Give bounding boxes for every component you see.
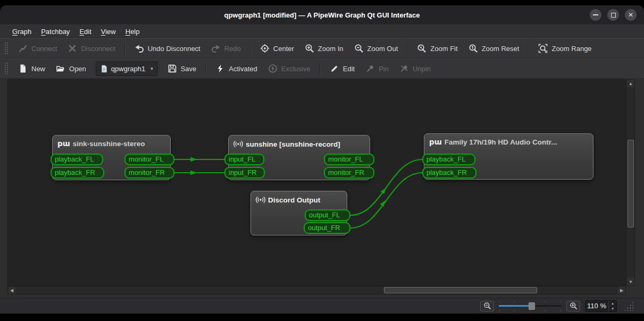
center-button[interactable]: Center bbox=[255, 41, 299, 56]
spin-up-button[interactable]: ▲ bbox=[609, 301, 616, 306]
patchbay-toolbar: New Open qpwgraph1 ▾ Save Activated bbox=[0, 58, 644, 79]
activated-bolt-icon bbox=[215, 64, 225, 73]
zoom-out-icon bbox=[483, 302, 491, 310]
port-sunshine-monitor-fl[interactable]: monitor_FL bbox=[324, 154, 374, 165]
graph-toolbar: Connect Disconnect Undo Disconnect Redo … bbox=[0, 38, 644, 58]
resize-grip[interactable] bbox=[624, 301, 633, 311]
connect-button[interactable]: Connect bbox=[13, 41, 62, 56]
zoom-reset-button[interactable]: Zoom Reset bbox=[463, 41, 525, 56]
patchbay-file-icon bbox=[101, 65, 108, 73]
spin-down-icon: ▼ bbox=[611, 307, 614, 310]
h-scroll-thumb[interactable] bbox=[384, 287, 537, 293]
wire-arrow bbox=[190, 171, 197, 175]
status-zoom-in-button[interactable] bbox=[566, 301, 580, 311]
canvas-frame: pɯ sink-sunshine-stereo sunshine [sunshi… bbox=[0, 79, 644, 298]
connection-wire bbox=[350, 173, 422, 228]
v-scroll-down-button[interactable]: ▼ bbox=[627, 278, 634, 285]
toolbar-separator bbox=[124, 42, 126, 55]
activated-toggle[interactable]: Activated bbox=[210, 61, 262, 76]
scroll-right-icon: ▶ bbox=[620, 288, 623, 293]
pin-icon bbox=[365, 64, 375, 73]
redo-icon bbox=[211, 44, 221, 53]
zoom-out-button[interactable]: Zoom Out bbox=[349, 41, 404, 56]
zoom-spinbox[interactable]: 110 % ▲ ▼ bbox=[585, 300, 617, 312]
toolbar-separator bbox=[205, 62, 206, 75]
menu-view[interactable]: View bbox=[96, 26, 121, 37]
scroll-up-icon: ▲ bbox=[629, 81, 633, 86]
port-sink-monitor-fl[interactable]: monitor_FL bbox=[124, 154, 174, 165]
open-folder-icon bbox=[56, 64, 65, 73]
port-sink-playback-fl[interactable]: playback_FL bbox=[51, 154, 103, 165]
minimize-button[interactable] bbox=[590, 9, 601, 21]
toolbar-separator bbox=[320, 62, 321, 75]
zoom-in-icon bbox=[570, 302, 578, 310]
toolbar-separator bbox=[528, 42, 529, 55]
port-sink-playback-fr[interactable]: playback_FR bbox=[51, 167, 104, 179]
status-zoom-out-button[interactable] bbox=[480, 301, 494, 311]
pin-button[interactable]: Pin bbox=[360, 61, 394, 76]
edit-toggle[interactable]: Edit bbox=[324, 61, 360, 76]
slider-handle[interactable] bbox=[529, 302, 535, 310]
redo-button[interactable]: Redo bbox=[206, 41, 246, 56]
exclusive-bolt-icon bbox=[268, 64, 278, 73]
patchbay-combobox-value: qpwgraph1 bbox=[111, 65, 145, 73]
v-scroll-thumb[interactable] bbox=[628, 140, 634, 227]
status-zoom-slider[interactable] bbox=[499, 301, 562, 311]
exclusive-toggle[interactable]: Exclusive bbox=[263, 61, 316, 76]
status-bar: 110 % ▲ ▼ bbox=[0, 298, 644, 314]
toolbar-drag-handle[interactable] bbox=[4, 62, 9, 75]
new-button[interactable]: New bbox=[13, 61, 51, 76]
zoom-in-button[interactable]: Zoom In bbox=[299, 41, 349, 56]
h-scrollbar[interactable]: ◀ ▶ bbox=[7, 286, 626, 294]
save-icon bbox=[168, 64, 177, 73]
zoom-range-button[interactable]: Zoom Range bbox=[533, 41, 597, 56]
zoom-fit-button[interactable]: Zoom Fit bbox=[412, 41, 463, 56]
zoom-fit-icon bbox=[417, 44, 426, 53]
menu-graph[interactable]: Graph bbox=[7, 26, 36, 37]
port-family-playback-fl[interactable]: playback_FL bbox=[422, 154, 475, 165]
save-button[interactable]: Save bbox=[162, 61, 202, 76]
new-file-icon bbox=[18, 64, 28, 73]
port-sunshine-input-fl[interactable]: input_FL bbox=[224, 154, 264, 165]
maximize-button[interactable] bbox=[607, 9, 619, 21]
slider-filled-track bbox=[499, 305, 529, 307]
toolbar-separator bbox=[250, 42, 251, 55]
port-sink-monitor-fr[interactable]: monitor_FR bbox=[124, 167, 174, 179]
connections-layer bbox=[8, 80, 626, 286]
screen: qpwgraph1 [modified] — A PipeWire Graph … bbox=[0, 0, 644, 321]
menu-patchbay[interactable]: Patchbay bbox=[36, 26, 74, 37]
v-scrollbar[interactable]: ▲ ▼ bbox=[626, 79, 635, 286]
menu-bar: Graph Patchbay Edit View Help bbox=[0, 24, 644, 38]
unpin-button[interactable]: Unpin bbox=[394, 61, 436, 76]
zoom-range-icon bbox=[538, 44, 548, 53]
window-title: qpwgraph1 [modified] — A PipeWire Graph … bbox=[224, 11, 420, 19]
disconnect-icon bbox=[68, 44, 77, 53]
disconnect-button[interactable]: Disconnect bbox=[62, 41, 120, 56]
port-sunshine-input-fr[interactable]: input_FR bbox=[224, 167, 265, 179]
scroll-down-icon: ▼ bbox=[629, 280, 633, 284]
h-scroll-right-button[interactable]: ▶ bbox=[618, 286, 625, 294]
port-family-playback-fr[interactable]: playback_FR bbox=[422, 167, 476, 179]
chevron-down-icon: ▾ bbox=[150, 66, 153, 71]
title-bar[interactable]: qpwgraph1 [modified] — A PipeWire Graph … bbox=[0, 5, 644, 24]
toolbar-drag-handle[interactable] bbox=[4, 42, 9, 55]
close-button[interactable]: ✕ bbox=[625, 9, 637, 21]
port-sunshine-monitor-fr[interactable]: monitor_FR bbox=[324, 167, 374, 179]
port-discord-output-fr[interactable]: output_FR bbox=[304, 222, 350, 234]
v-scroll-up-button[interactable]: ▲ bbox=[627, 80, 634, 87]
menu-edit[interactable]: Edit bbox=[74, 26, 96, 37]
spin-down-button[interactable]: ▼ bbox=[609, 306, 616, 311]
slider-ticks bbox=[499, 310, 562, 311]
toolbar-separator bbox=[407, 42, 408, 55]
open-button[interactable]: Open bbox=[51, 61, 91, 76]
port-discord-output-fl[interactable]: output_FL bbox=[305, 209, 350, 221]
window-controls: ✕ bbox=[590, 9, 637, 21]
wire-arrow bbox=[190, 157, 197, 162]
connect-icon bbox=[18, 44, 28, 53]
undo-disconnect-button[interactable]: Undo Disconnect bbox=[129, 41, 206, 56]
patchbay-combobox[interactable]: qpwgraph1 ▾ bbox=[96, 62, 158, 76]
minimize-icon bbox=[593, 14, 598, 15]
menu-help[interactable]: Help bbox=[121, 26, 145, 37]
graph-canvas[interactable]: pɯ sink-sunshine-stereo sunshine [sunshi… bbox=[7, 79, 626, 286]
h-scroll-left-button[interactable]: ◀ bbox=[8, 286, 15, 294]
